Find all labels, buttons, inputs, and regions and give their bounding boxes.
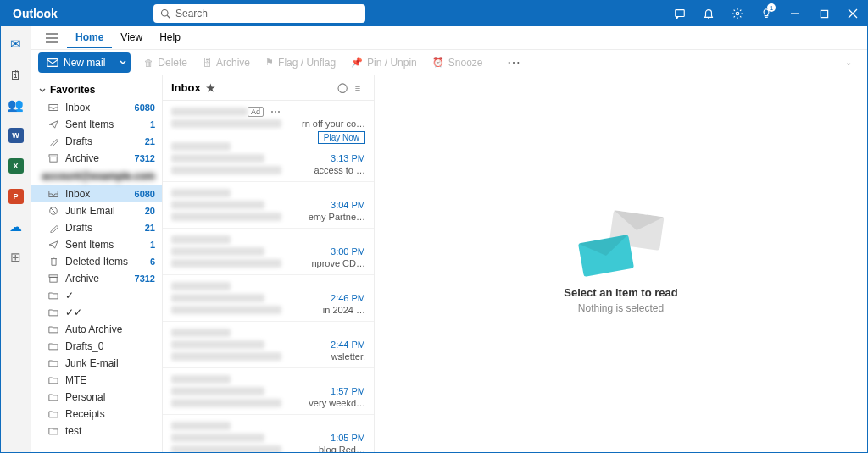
ribbon-pin-button[interactable]: 📌Pin / Unpin xyxy=(344,52,424,73)
folder-item[interactable]: Auto Archive xyxy=(31,321,162,338)
message-row[interactable]: 3:04 PMemy Partne… xyxy=(163,182,374,229)
maximize-button[interactable] xyxy=(810,1,838,26)
settings-icon[interactable] xyxy=(723,1,752,26)
menu-help[interactable]: Help xyxy=(151,28,189,48)
folder-icon xyxy=(47,342,60,351)
new-mail-button[interactable]: New mail xyxy=(38,52,114,73)
message-row[interactable]: 3:13 PMaccess to … xyxy=(163,135,374,182)
sent-icon xyxy=(47,120,60,129)
trash-icon: 🗑 xyxy=(144,58,153,68)
inbox-icon xyxy=(47,103,60,112)
titlebar: Outlook Search 1 xyxy=(1,1,867,26)
rail-people-icon[interactable]: 👥 xyxy=(7,96,25,114)
tip-badge: 1 xyxy=(767,3,776,12)
inbox-icon xyxy=(47,190,60,198)
folder-item[interactable]: Archive7312 xyxy=(31,150,162,167)
svg-point-3 xyxy=(736,12,739,15)
star-icon[interactable]: ★ xyxy=(206,82,215,94)
folder-group[interactable]: account@example.com xyxy=(31,167,162,185)
rail-mail-icon[interactable]: ✉ xyxy=(7,35,25,53)
app-name: Outlook xyxy=(1,7,153,20)
teams-chat-icon[interactable] xyxy=(665,1,694,26)
new-mail-dropdown[interactable] xyxy=(114,52,131,73)
archive-icon xyxy=(47,274,60,283)
mail-icon xyxy=(47,58,58,68)
ribbon-clock-button[interactable]: ⏰Snooze xyxy=(426,52,490,73)
folder-item[interactable]: ✓ xyxy=(31,287,162,304)
svg-rect-2 xyxy=(676,10,685,17)
minimize-button[interactable] xyxy=(781,1,810,26)
folder-item[interactable]: Deleted Items6 xyxy=(31,253,162,270)
tip-icon[interactable]: 1 xyxy=(752,1,781,26)
folder-icon xyxy=(47,393,60,401)
search-icon xyxy=(160,8,170,19)
rail-word-icon[interactable]: W xyxy=(7,126,25,145)
svg-rect-11 xyxy=(47,58,58,66)
rail-calendar-icon[interactable]: 🗓 xyxy=(7,65,25,84)
svg-rect-14 xyxy=(50,157,57,162)
hamburger-icon[interactable] xyxy=(40,33,64,43)
message-ad-row[interactable]: Ad⋯rn off your co…Play Now xyxy=(163,101,374,135)
folder-item[interactable]: ✓✓ xyxy=(31,304,162,321)
svg-line-1 xyxy=(167,15,170,18)
folder-item[interactable]: Inbox6080 xyxy=(31,99,162,116)
folder-item[interactable]: Receipts xyxy=(31,406,162,423)
ribbon: New mail 🗑Delete🗄Archive⚑Flag / Unflag📌P… xyxy=(31,50,867,75)
bell-icon[interactable] xyxy=(694,1,723,26)
folder-icon xyxy=(47,427,60,435)
message-row[interactable]: 3:00 PMnprove CD… xyxy=(163,229,374,275)
svg-rect-19 xyxy=(50,277,57,282)
folder-item[interactable]: Junk Email20 xyxy=(31,202,162,219)
folder-icon xyxy=(47,325,60,334)
filter-icon[interactable]: ≡ xyxy=(350,83,365,93)
menu-view[interactable]: View xyxy=(112,28,151,48)
folder-item[interactable]: MTE xyxy=(31,372,162,389)
rail-onedrive-icon[interactable]: ☁ xyxy=(7,218,25,236)
message-list-header: Inbox ★ ◯ ≡ xyxy=(163,75,374,101)
folder-group[interactable]: Favorites xyxy=(31,80,162,99)
folder-item[interactable]: Personal xyxy=(31,389,162,406)
folder-item[interactable]: Inbox6080 xyxy=(31,185,162,202)
folder-item[interactable]: Drafts21 xyxy=(31,219,162,236)
ribbon-flag-button[interactable]: ⚑Flag / Unflag xyxy=(259,52,342,73)
folder-item[interactable]: Drafts_0 xyxy=(31,338,162,355)
rail-excel-icon[interactable]: X xyxy=(7,157,25,175)
folder-item[interactable]: Sent Items1 xyxy=(31,116,162,133)
folder-item[interactable]: Sent Items1 xyxy=(31,236,162,253)
ribbon-archive-button[interactable]: 🗄Archive xyxy=(196,52,257,73)
message-row[interactable]: 1:05 PMblog Red… xyxy=(163,415,374,452)
ribbon-dropdown-icon[interactable]: ⌄ xyxy=(845,58,860,67)
rail-powerpoint-icon[interactable]: P xyxy=(7,187,25,206)
svg-rect-5 xyxy=(821,10,827,17)
rail-more-apps-icon[interactable]: ⊞ xyxy=(7,248,25,267)
ribbon-more-icon[interactable]: ⋯ xyxy=(500,54,527,70)
svg-line-17 xyxy=(51,208,57,214)
ribbon-trash-button[interactable]: 🗑Delete xyxy=(137,52,194,73)
folder-pane: FavoritesInbox6080Sent Items1Drafts21Arc… xyxy=(31,75,163,452)
sent-icon xyxy=(47,240,60,249)
svg-point-0 xyxy=(162,10,169,17)
junk-icon xyxy=(47,206,60,216)
pin-icon: 📌 xyxy=(351,57,363,68)
message-row[interactable]: 1:57 PMvery weekd… xyxy=(163,368,374,415)
message-row[interactable]: 2:46 PMin 2024 … xyxy=(163,275,374,322)
deleted-icon xyxy=(47,257,60,267)
archive-icon xyxy=(47,154,60,163)
menu-home[interactable]: Home xyxy=(67,28,112,48)
message-row[interactable]: 2:44 PMwsletter. xyxy=(163,322,374,368)
folder-item[interactable]: Archive7312 xyxy=(31,270,162,287)
message-list: Inbox ★ ◯ ≡ Ad⋯rn off your co…Play Now3:… xyxy=(163,75,375,452)
folder-item[interactable]: Junk E-mail xyxy=(31,355,162,372)
folder-icon xyxy=(47,376,60,384)
folder-item[interactable]: test xyxy=(31,423,162,439)
folder-item[interactable]: Drafts21 xyxy=(31,133,162,150)
folder-title: Inbox xyxy=(171,81,201,94)
search-box[interactable]: Search xyxy=(153,4,365,23)
draft-icon xyxy=(47,136,60,146)
ad-more-icon[interactable]: ⋯ xyxy=(270,106,281,118)
refresh-icon[interactable]: ◯ xyxy=(335,82,350,93)
close-button[interactable] xyxy=(838,1,867,26)
reading-pane: Select an item to read Nothing is select… xyxy=(375,75,867,452)
folder-icon xyxy=(47,291,60,300)
menubar: HomeViewHelp xyxy=(31,26,867,50)
